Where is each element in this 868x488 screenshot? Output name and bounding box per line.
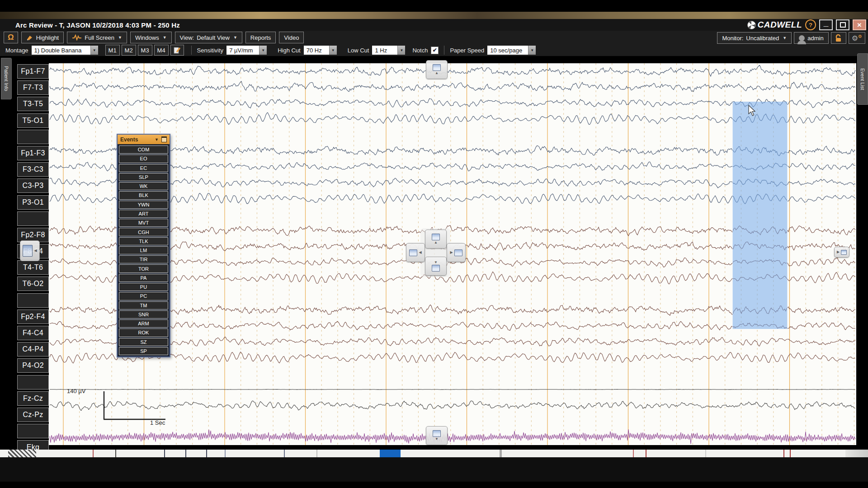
channel-label[interactable]: F4-C4 <box>17 326 49 340</box>
event-button-com[interactable]: COM <box>119 145 168 154</box>
channel-label[interactable]: T6-O2 <box>17 277 49 291</box>
channel-label[interactable]: C3-P3 <box>17 178 49 193</box>
event-button-rok[interactable]: ROK <box>119 328 168 337</box>
channel-spacer <box>17 211 49 226</box>
chevron-down-icon[interactable]: ▼ <box>155 137 159 142</box>
selection-region[interactable] <box>732 102 788 329</box>
channel-label[interactable]: Fz-Cz <box>17 391 49 406</box>
page-up-button[interactable]: ▲ <box>426 60 448 79</box>
event-button-art[interactable]: ART <box>119 210 168 218</box>
page-icon <box>841 250 847 255</box>
maximize-button[interactable] <box>836 19 849 30</box>
events-panel: Events ▼ COMEOECSLPWKBLKYWNARTMVTCGHTLKL… <box>117 134 170 357</box>
view-select-button[interactable]: View:Default View▼ <box>175 32 242 43</box>
paperspeed-select[interactable]: 10 sec/page▼ <box>487 46 536 55</box>
timeline-event-tick <box>164 450 165 457</box>
event-button-ywn[interactable]: YWN <box>119 201 168 209</box>
event-button-blk[interactable]: BLK <box>119 191 168 199</box>
patient-info-tab[interactable]: Patient Info <box>1 58 12 99</box>
channel-label[interactable]: T5-O1 <box>17 113 49 128</box>
video-button[interactable]: Video <box>279 32 304 43</box>
channel-label[interactable]: F3-C3 <box>17 162 49 177</box>
mouse-cursor <box>748 105 757 117</box>
events-panel-titlebar[interactable]: Events ▼ <box>118 135 170 144</box>
event-button-ec[interactable]: EC <box>119 164 168 172</box>
unlock-button[interactable] <box>831 32 846 44</box>
chevron-down-icon: ▼ <box>90 46 98 55</box>
channel-label[interactable]: T3-T5 <box>17 97 49 111</box>
windows-menu-button[interactable]: Windows▼ <box>130 32 172 43</box>
event-button-lm[interactable]: LM <box>119 246 168 254</box>
help-button[interactable]: ? <box>805 19 816 30</box>
montage-quick-button-m1[interactable]: M1 <box>105 45 120 56</box>
impedance-button[interactable]: Ω <box>4 32 18 43</box>
event-button-eo[interactable]: EO <box>119 155 168 163</box>
minimize-button[interactable]: — <box>819 19 833 30</box>
sensitivity-select[interactable]: 7 µV/mm▼ <box>226 46 267 55</box>
highlight-button[interactable]: Highlight <box>21 32 64 43</box>
page-down-button[interactable]: ▼ <box>426 426 448 445</box>
timeline-event-tick <box>790 450 791 457</box>
fullscreen-button[interactable]: Full Screen▼ <box>67 32 127 43</box>
sensitivity-label: Sensitivity <box>197 47 224 54</box>
pan-right-button[interactable]: ▶ <box>447 243 466 262</box>
pan-down-button[interactable]: ▼ <box>425 257 447 276</box>
channel-label[interactable]: T4-T6 <box>17 260 49 275</box>
event-button-tor[interactable]: TOR <box>119 264 168 272</box>
montage-quick-button-m3[interactable]: M3 <box>138 45 152 56</box>
channel-spacer <box>17 130 49 144</box>
event-button-cgh[interactable]: CGH <box>119 228 168 236</box>
channel-label[interactable]: Fp1-F3 <box>17 146 49 160</box>
monitor-select-button[interactable]: Monitor:Uncalibrated▼ <box>717 32 792 44</box>
channel-label[interactable]: C4-P4 <box>17 342 49 357</box>
event-button-tm[interactable]: TM <box>119 301 168 310</box>
event-button-sz[interactable]: SZ <box>119 338 168 346</box>
recording-timeline[interactable] <box>0 450 868 457</box>
pan-up-button[interactable]: ▲ <box>425 230 447 249</box>
event-button-pu[interactable]: PU <box>119 283 168 291</box>
page-icon <box>432 234 440 240</box>
dock-window-icon[interactable] <box>161 136 167 142</box>
montage-edit-button[interactable] <box>170 45 184 56</box>
page-right-edge-button[interactable]: ▶ <box>834 247 849 258</box>
event-button-sp[interactable]: SP <box>119 347 168 355</box>
event-button-snr[interactable]: SNR <box>119 310 168 319</box>
notch-checkbox[interactable]: ✔ <box>431 47 439 54</box>
event-button-wk[interactable]: WK <box>119 182 168 190</box>
maximize-icon <box>840 22 846 28</box>
event-list-tab[interactable]: Event List <box>857 53 868 105</box>
event-button-mvt[interactable]: MVT <box>119 219 168 227</box>
toolbar-divider <box>191 46 192 55</box>
highcut-select[interactable]: 70 Hz▼ <box>304 46 337 55</box>
settings-button[interactable]: ⚙⚙ <box>849 32 865 44</box>
close-button[interactable]: ✕ <box>853 19 866 30</box>
event-button-arm[interactable]: ARM <box>119 319 168 328</box>
event-button-tir[interactable]: TIR <box>119 255 168 263</box>
event-button-pc[interactable]: PC <box>119 292 168 300</box>
channel-label[interactable]: Cz-Pz <box>17 408 49 422</box>
timeline-position-indicator[interactable] <box>380 450 401 457</box>
event-button-tlk[interactable]: TLK <box>119 237 168 245</box>
user-button[interactable]: admin <box>794 32 828 44</box>
arrow-down-icon: ▼ <box>434 261 438 264</box>
montage-select[interactable]: 1) Double Banana▼ <box>32 46 98 55</box>
pan-left-button[interactable]: ◀ <box>406 243 425 262</box>
montage-quick-button-m2[interactable]: M2 <box>122 45 136 56</box>
chevron-down-icon: ▼ <box>329 46 337 55</box>
channel-label[interactable]: F7-T3 <box>17 80 49 95</box>
minimize-icon: — <box>824 23 829 28</box>
reports-button[interactable]: Reports <box>245 32 276 43</box>
montage-quick-button-m4[interactable]: M4 <box>154 45 169 56</box>
channel-label[interactable]: Fp1-F7 <box>17 64 49 79</box>
lowcut-select[interactable]: 1 Hz▼ <box>372 46 405 55</box>
channel-label[interactable]: P3-O1 <box>17 195 49 210</box>
timeline-event-tick <box>705 450 706 457</box>
timeline-event-tick <box>93 450 94 457</box>
event-button-slp[interactable]: SLP <box>119 173 168 181</box>
scale-amplitude-label: 140 µV <box>67 388 85 394</box>
channel-spacer <box>17 424 49 438</box>
event-button-pa[interactable]: PA <box>119 274 168 282</box>
channel-label[interactable]: Fp2-F4 <box>17 310 49 324</box>
channel-label[interactable]: P4-O2 <box>17 358 49 373</box>
page-left-edge-button[interactable]: ◀ <box>20 240 40 261</box>
